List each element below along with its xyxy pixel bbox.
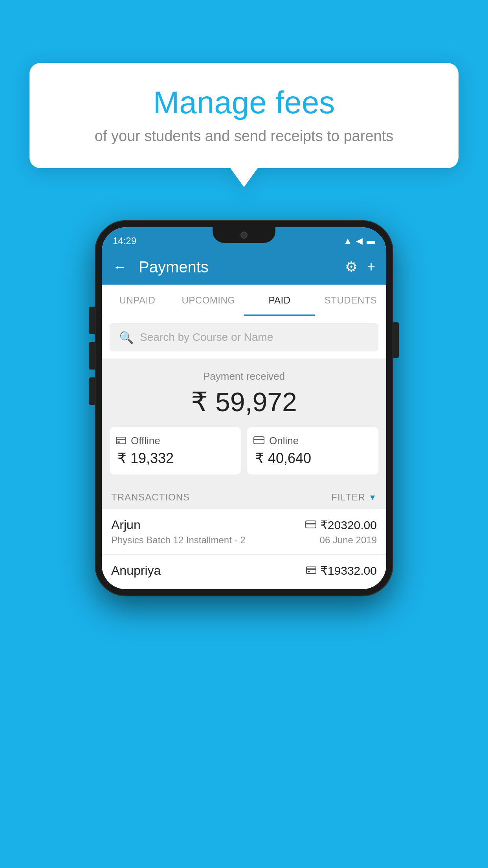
- svg-rect-6: [306, 523, 316, 524]
- bubble-title: Manage fees: [53, 85, 435, 121]
- svg-rect-2: [117, 441, 120, 443]
- back-button[interactable]: ←: [113, 259, 127, 275]
- svg-rect-8: [306, 568, 316, 570]
- camera: [240, 232, 248, 239]
- online-label: Online: [269, 435, 299, 447]
- wifi-icon: ▲: [343, 236, 352, 246]
- online-amount: ₹ 40,640: [255, 450, 311, 467]
- table-row[interactable]: Arjun ₹20320.00: [102, 509, 386, 555]
- online-header: Online: [253, 435, 299, 447]
- bubble-subtitle: of your students and send receipts to pa…: [53, 128, 435, 145]
- transaction-date: 06 June 2019: [320, 535, 377, 546]
- signal-icon: ◀: [356, 236, 363, 246]
- phone-notch: [213, 227, 275, 243]
- transaction-amount: ₹19332.00: [320, 564, 377, 577]
- settings-icon[interactable]: ⚙: [345, 259, 358, 275]
- battery-icon: ▬: [367, 236, 375, 246]
- app-header: ← Payments ⚙ +: [102, 249, 386, 285]
- status-time: 14:29: [113, 235, 136, 246]
- svg-rect-7: [306, 567, 316, 574]
- table-row[interactable]: Anupriya ₹19332.00: [102, 555, 386, 589]
- svg-rect-1: [116, 439, 126, 440]
- transaction-list: Arjun ₹20320.00: [102, 509, 386, 589]
- offline-icon: [116, 435, 126, 447]
- online-icon: [253, 435, 264, 447]
- transaction-name: Arjun: [111, 518, 141, 532]
- offline-label: Offline: [131, 435, 160, 447]
- tab-upcoming[interactable]: UPCOMING: [173, 285, 244, 316]
- search-icon: 🔍: [119, 331, 134, 344]
- svg-rect-4: [254, 439, 264, 440]
- tab-paid[interactable]: PAID: [244, 285, 315, 316]
- transactions-label: TRANSACTIONS: [111, 492, 190, 503]
- payment-section: Payment received ₹ 59,972: [102, 359, 386, 484]
- filter-icon: ▼: [369, 493, 377, 502]
- search-box[interactable]: 🔍 Search by Course or Name: [110, 323, 378, 351]
- transaction-course: Physics Batch 12 Installment - 2: [111, 535, 245, 546]
- transaction-amount: ₹20320.00: [320, 518, 377, 532]
- offline-header: Offline: [116, 435, 160, 447]
- tab-students[interactable]: STUDENTS: [315, 285, 386, 316]
- search-input[interactable]: Search by Course or Name: [140, 331, 273, 344]
- payment-cards: Offline ₹ 19,332: [110, 427, 378, 474]
- payment-amount: ₹ 59,972: [110, 386, 378, 417]
- transaction-name: Anupriya: [111, 563, 161, 578]
- phone-device: 14:29 ▲ ◀ ▬ ← Payments ⚙ +: [95, 220, 393, 596]
- online-payment-icon: [305, 520, 316, 531]
- offline-amount: ₹ 19,332: [117, 450, 174, 467]
- header-actions: ⚙ +: [345, 259, 375, 275]
- svg-rect-0: [116, 437, 126, 444]
- svg-rect-9: [308, 571, 310, 572]
- offline-payment-icon: [306, 565, 316, 576]
- offline-card: Offline ₹ 19,332: [110, 427, 241, 474]
- payment-label: Payment received: [110, 370, 378, 383]
- transactions-header: TRANSACTIONS FILTER ▼: [102, 484, 386, 509]
- online-card: Online ₹ 40,640: [247, 427, 378, 474]
- tab-bar: UNPAID UPCOMING PAID STUDENTS: [102, 285, 386, 316]
- search-container: 🔍 Search by Course or Name: [102, 316, 386, 359]
- page-title: Payments: [139, 258, 337, 276]
- tab-unpaid[interactable]: UNPAID: [102, 285, 173, 316]
- add-icon[interactable]: +: [367, 259, 375, 275]
- status-icons: ▲ ◀ ▬: [343, 236, 375, 246]
- amount-row: ₹19332.00: [306, 564, 377, 577]
- amount-row: ₹20320.00: [305, 518, 377, 532]
- filter-button[interactable]: FILTER ▼: [331, 492, 377, 503]
- speech-bubble: Manage fees of your students and send re…: [29, 63, 459, 168]
